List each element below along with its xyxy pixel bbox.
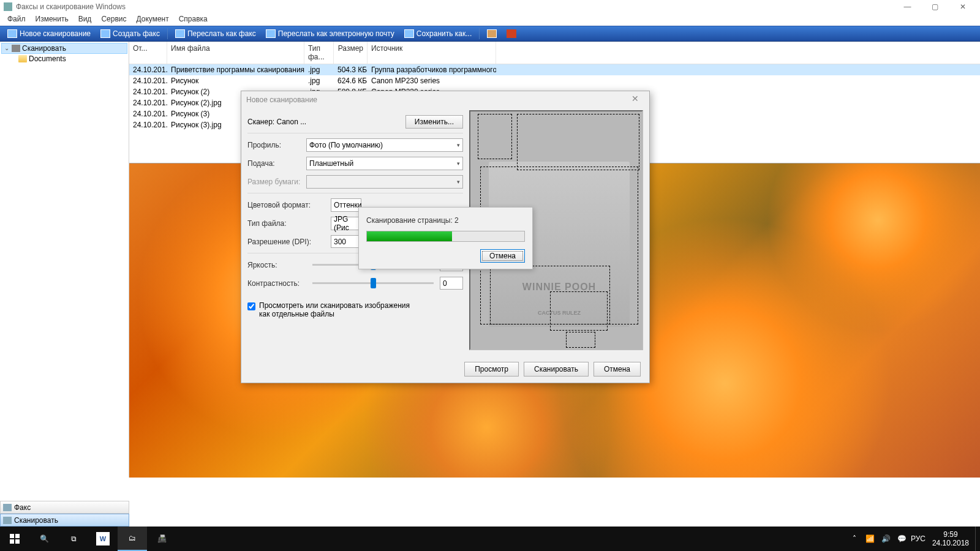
paper-size-label: Размер бумаги: <box>247 178 306 186</box>
close-button[interactable]: ✕ <box>949 0 976 13</box>
taskbar-scanner-app[interactable]: 📠 <box>147 527 176 551</box>
cell-date: 24.10.201... <box>129 86 167 97</box>
window-titlebar: Факсы и сканирование Windows ― ▢ ✕ <box>0 0 980 13</box>
col-type[interactable]: Тип фа... <box>304 42 334 64</box>
contrast-input[interactable] <box>440 277 463 290</box>
dpi-input[interactable] <box>331 235 361 248</box>
cell-date: 24.10.201... <box>129 97 167 108</box>
table-row[interactable]: 24.10.201...Приветствие программы сканир… <box>129 64 980 75</box>
dialog-titlebar: Новое сканирование ✕ <box>241 91 649 108</box>
app-icon <box>4 2 12 11</box>
menu-view[interactable]: Вид <box>74 13 97 26</box>
tree-node-documents[interactable]: Documents <box>17 54 127 64</box>
preview-button[interactable]: Просмотр <box>464 362 519 377</box>
menu-edit[interactable]: Изменить <box>31 13 74 26</box>
toolbar-save-as[interactable]: Сохранить как... <box>401 28 475 39</box>
svg-rect-1 <box>15 534 20 538</box>
delete-icon <box>507 29 516 38</box>
chevron-down-icon: ▾ <box>457 179 460 185</box>
fwd-fax-icon <box>175 29 185 38</box>
tray-volume-icon[interactable]: 🔊 <box>878 534 894 543</box>
file-type-select[interactable]: JPG (Рис <box>331 217 361 230</box>
separate-files-checkbox[interactable] <box>247 302 255 310</box>
task-view-button[interactable]: ⧉ <box>59 527 88 551</box>
clock-time: 9:59 <box>932 530 969 539</box>
tray-chevron-up-icon[interactable]: ˄ <box>846 534 862 543</box>
toolbar-new-scan[interactable]: Новое сканирование <box>4 28 94 39</box>
profile-select[interactable]: Фото (По умолчанию)▾ <box>306 138 463 152</box>
save-as-icon <box>404 29 414 38</box>
menu-file[interactable]: Файл <box>2 13 31 26</box>
svg-rect-2 <box>10 539 14 544</box>
col-source[interactable]: Источник <box>368 42 496 64</box>
toolbar-new-fax[interactable]: Создать факс <box>97 28 164 39</box>
change-scanner-button[interactable]: Изменить... <box>405 115 463 129</box>
slider-thumb[interactable] <box>371 278 376 288</box>
table-row[interactable]: 24.10.201...Рисунок.jpg624.6 КБCanon MP2… <box>129 75 980 86</box>
color-format-label: Цветовой формат: <box>247 201 331 209</box>
folder-icon <box>18 55 27 62</box>
brightness-label: Яркость: <box>247 261 306 269</box>
cell-source: Группа разработчиков программного ... <box>368 64 496 75</box>
col-size[interactable]: Размер <box>334 42 368 64</box>
start-button[interactable] <box>0 527 29 551</box>
menu-tools[interactable]: Сервис <box>96 13 131 26</box>
source-label: Подача: <box>247 159 306 168</box>
svg-rect-3 <box>15 539 20 544</box>
search-button[interactable]: 🔍 <box>29 527 59 551</box>
printer-icon <box>487 29 497 38</box>
taskbar-fax-scan[interactable]: 🗂 <box>118 527 147 551</box>
svg-rect-0 <box>10 534 14 538</box>
scanner-icon <box>12 45 20 52</box>
new-fax-icon <box>100 29 110 38</box>
new-scan-icon <box>7 29 17 38</box>
crop-region[interactable] <box>566 332 595 348</box>
tree-node-scan[interactable]: ⌄ Сканировать <box>1 43 127 54</box>
taskbar-word[interactable]: W <box>96 532 110 545</box>
collapse-icon[interactable]: ⌄ <box>3 45 10 52</box>
col-name[interactable]: Имя файла <box>167 42 304 64</box>
contrast-slider[interactable] <box>312 282 434 284</box>
nav-fax[interactable]: Факс <box>0 501 129 514</box>
tray-notifications-icon[interactable]: 💬 <box>894 534 910 543</box>
window-title: Факсы и сканирование Windows <box>16 2 894 11</box>
toolbar-forward-fax[interactable]: Переслать как факс <box>172 28 260 39</box>
fwd-mail-icon <box>266 29 276 38</box>
nav-scan[interactable]: Сканировать <box>0 514 129 527</box>
dialog-footer: Просмотр Сканировать Отмена <box>464 362 641 377</box>
maximize-button[interactable]: ▢ <box>921 0 949 13</box>
tray-clock[interactable]: 9:59 24.10.2018 <box>926 529 975 549</box>
scan-button[interactable]: Сканировать <box>524 362 589 377</box>
cell-name: Приветствие программы сканирования <box>167 64 304 75</box>
menu-help[interactable]: Справка <box>174 13 213 26</box>
cell-size: 504.3 КБ <box>334 64 368 75</box>
dpi-label: Разрешение (DPI): <box>247 238 331 246</box>
scan-icon <box>3 517 12 524</box>
tray-network-icon[interactable]: 📶 <box>862 534 878 543</box>
col-date[interactable]: От... <box>129 42 167 64</box>
crop-region[interactable] <box>517 114 639 170</box>
source-select[interactable]: Планшетный▾ <box>306 157 463 170</box>
minimize-button[interactable]: ― <box>894 0 921 13</box>
cell-date: 24.10.201... <box>129 119 167 130</box>
toolbar-delete[interactable] <box>503 28 520 39</box>
taskbar: 🔍 ⧉ W 🗂 📠 ˄ 📶 🔊 💬 РУС 9:59 24.10.2018 <box>0 527 980 551</box>
crop-region[interactable] <box>550 291 608 331</box>
cell-date: 24.10.201... <box>129 108 167 119</box>
contrast-label: Контрастность: <box>247 279 306 288</box>
menu-document[interactable]: Документ <box>131 13 173 26</box>
cell-name: Рисунок <box>167 75 304 86</box>
toolbar-separator <box>479 28 480 39</box>
color-format-select[interactable]: Оттенки <box>331 198 361 212</box>
progress-cancel-button[interactable]: Отмена <box>480 249 525 263</box>
progress-fill <box>367 231 452 241</box>
toolbar-forward-mail[interactable]: Переслать как электронную почту <box>262 28 398 39</box>
dialog-close-button[interactable]: ✕ <box>626 94 644 106</box>
tray-language[interactable]: РУС <box>910 534 926 543</box>
crop-region[interactable] <box>478 114 512 159</box>
toolbar-print[interactable] <box>483 28 500 39</box>
cancel-button[interactable]: Отмена <box>594 362 641 377</box>
toolbar: Новое сканирование Создать факс Переслат… <box>0 26 980 42</box>
cell-source: Canon MP230 series <box>368 75 496 86</box>
show-desktop-button[interactable] <box>975 527 979 551</box>
